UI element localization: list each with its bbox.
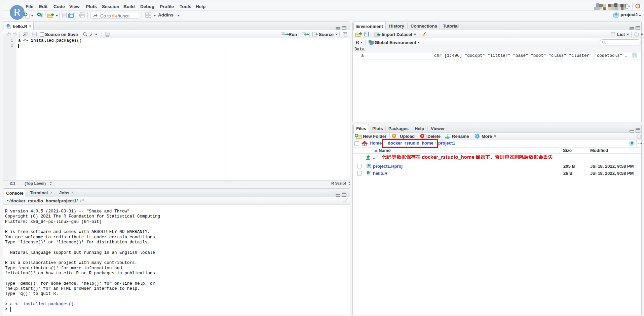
svg-text:R: R [368, 164, 370, 167]
svg-text:R: R [615, 13, 618, 16]
svg-text:R: R [631, 142, 633, 145]
svg-text:R: R [368, 171, 370, 174]
svg-text:R: R [7, 24, 10, 28]
